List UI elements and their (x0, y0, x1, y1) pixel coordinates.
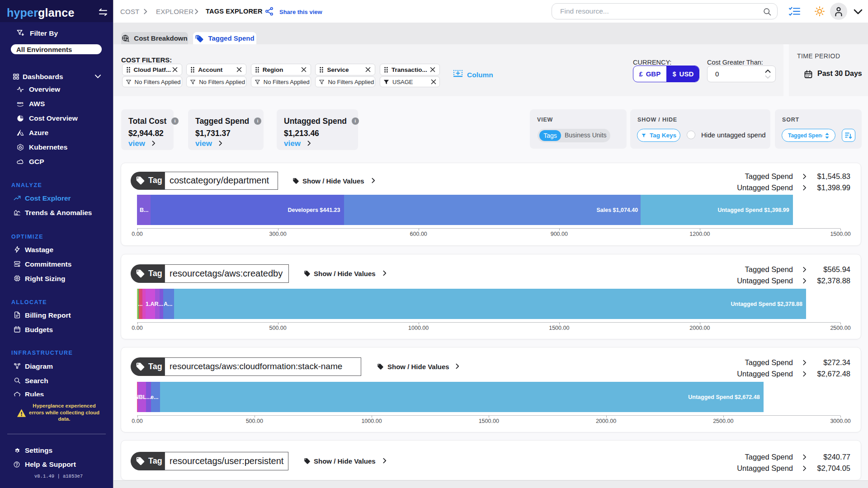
svg-text:aws: aws (17, 101, 24, 105)
